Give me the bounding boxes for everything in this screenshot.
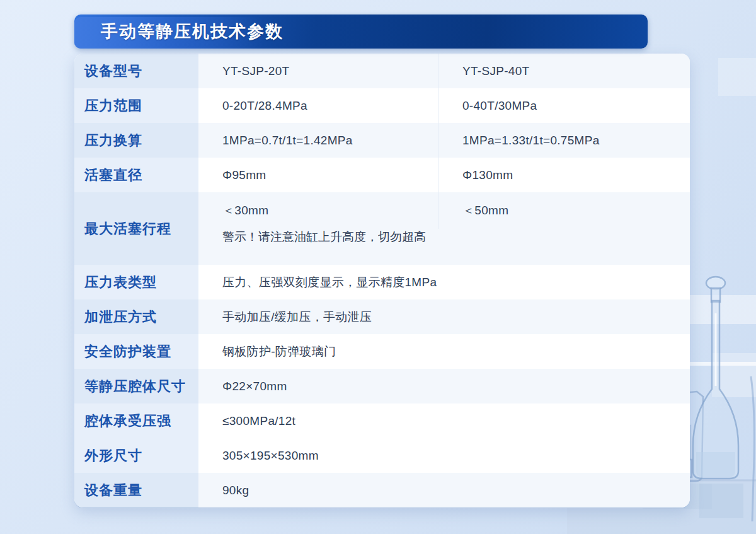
row-value-model-40t: YT-SJP-40T bbox=[438, 54, 690, 88]
table-row: 活塞直径Φ95mmΦ130mm bbox=[74, 158, 690, 192]
row-label: 压力范围 bbox=[74, 88, 198, 123]
section-header: 手动等静压机技术参数 bbox=[74, 15, 648, 49]
row-value: 钢板防护-防弹玻璃门 bbox=[198, 334, 690, 369]
row-value-model-40t: ＜50mm bbox=[438, 192, 690, 229]
row-label: 设备型号 bbox=[74, 54, 198, 88]
row-value-model-20t: YT-SJP-20T bbox=[198, 54, 438, 88]
row-label: 等静压腔体尺寸 bbox=[74, 369, 198, 403]
row-value-model-40t: Φ130mm bbox=[438, 158, 690, 192]
table-row: 压力换算1MPa=0.7t/1t=1.42MPa1MPa=1.33t/1t=0.… bbox=[74, 123, 690, 158]
row-label: 加泄压方式 bbox=[74, 299, 198, 334]
table-row: 安全防护装置钢板防护-防弹玻璃门 bbox=[74, 334, 690, 369]
table-row: 压力表类型压力、压强双刻度显示，显示精度1MPa bbox=[74, 265, 690, 299]
table-row: 外形尺寸305×195×530mm bbox=[74, 438, 690, 473]
row-label: 压力换算 bbox=[74, 123, 198, 158]
row-value-model-20t: 0-20T/28.4MPa bbox=[198, 88, 438, 123]
row-label: 压力表类型 bbox=[74, 265, 198, 299]
row-value-model-20t: 1MPa=0.7t/1t=1.42MPa bbox=[198, 123, 438, 158]
table-row: 腔体承受压强≤300MPa/12t bbox=[74, 403, 690, 438]
table-row: 设备型号YT-SJP-20TYT-SJP-40T bbox=[74, 54, 690, 88]
row-warning-note: 警示！请注意油缸上升高度，切勿超高 bbox=[198, 229, 690, 265]
row-value: 305×195×530mm bbox=[198, 438, 690, 473]
row-value: Φ22×70mm bbox=[198, 369, 690, 403]
background-highlight-band bbox=[718, 58, 756, 96]
table-row: 最大活塞行程＜30mm＜50mm警示！请注意油缸上升高度，切勿超高 bbox=[74, 192, 690, 265]
table-row: 等静压腔体尺寸Φ22×70mm bbox=[74, 369, 690, 403]
row-label: 最大活塞行程 bbox=[74, 192, 198, 265]
row-label: 安全防护装置 bbox=[74, 334, 198, 369]
row-value-model-40t: 1MPa=1.33t/1t=0.75MPa bbox=[438, 123, 690, 158]
page-title: 手动等静压机技术参数 bbox=[74, 20, 284, 43]
row-value-model-40t: 0-40T/30MPa bbox=[438, 88, 690, 123]
table-row: 设备重量90kg bbox=[74, 473, 690, 508]
spec-table-rows: 设备型号YT-SJP-20TYT-SJP-40T压力范围0-20T/28.4MP… bbox=[74, 54, 690, 508]
table-row: 压力范围0-20T/28.4MPa0-40T/30MPa bbox=[74, 88, 690, 123]
spec-table-card: 设备型号YT-SJP-20TYT-SJP-40T压力范围0-20T/28.4MP… bbox=[74, 54, 690, 508]
row-value: 压力、压强双刻度显示，显示精度1MPa bbox=[198, 265, 690, 299]
row-value: ≤300MPa/12t bbox=[198, 403, 690, 438]
row-label: 设备重量 bbox=[74, 473, 198, 508]
row-value: 90kg bbox=[198, 473, 690, 508]
table-row: 加泄压方式手动加压/缓加压，手动泄压 bbox=[74, 299, 690, 334]
row-value-model-20t: Φ95mm bbox=[198, 158, 438, 192]
row-value: 手动加压/缓加压，手动泄压 bbox=[198, 299, 690, 334]
row-value-model-20t: ＜30mm bbox=[198, 192, 438, 229]
row-label: 活塞直径 bbox=[74, 158, 198, 192]
row-label: 腔体承受压强 bbox=[74, 403, 198, 438]
row-label: 外形尺寸 bbox=[74, 438, 198, 473]
